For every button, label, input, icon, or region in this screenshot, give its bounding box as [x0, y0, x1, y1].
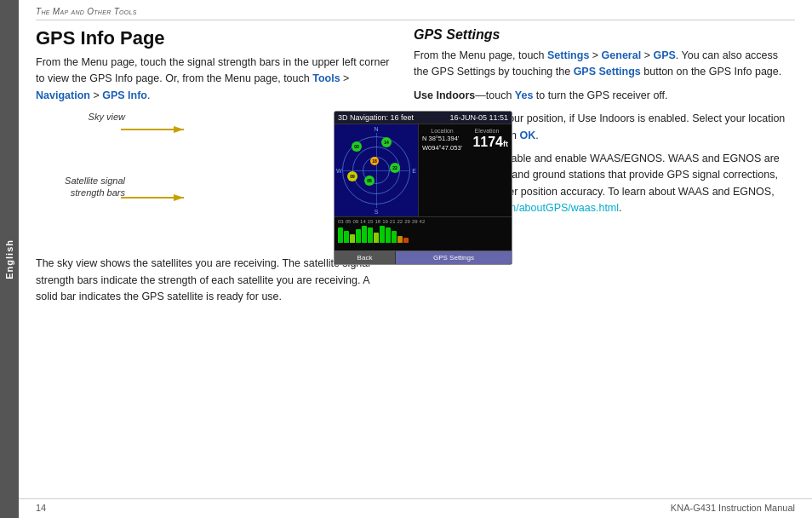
sky-view-annotation: Sky view — [44, 111, 125, 123]
yes-link[interactable]: Yes — [515, 89, 534, 101]
gps-info-link[interactable]: GPS Info — [102, 89, 147, 101]
intro-paragraph: From the Menu page, touch the signal str… — [36, 55, 393, 104]
ok-link[interactable]: OK — [519, 130, 535, 141]
main-content: The Map and Other Tools GPS Info Page Fr… — [19, 0, 812, 518]
sky-view-arrow — [121, 121, 189, 138]
gps-settings-link[interactable]: GPS Settings — [574, 66, 641, 78]
english-label: English — [4, 239, 14, 279]
use-indoors-term: Use Indoors — [414, 89, 475, 101]
two-column-layout: GPS Info Page From the Menu page, touch … — [36, 27, 795, 312]
section-title: GPS Settings — [414, 27, 795, 43]
gps-coords: N 38°51.394' W094°47.053' — [422, 135, 462, 153]
gps-settings-intro: From the Menu page, touch Settings > Gen… — [414, 48, 795, 81]
gps-settings-btn[interactable]: GPS Settings — [396, 251, 512, 264]
gps-device-image: 3D Navigation: 16 feet 16-JUN-05 11:51 — [334, 111, 512, 265]
gps-signal-area: 030509141518192122292942 — [335, 216, 512, 250]
english-tab: English — [0, 0, 19, 518]
signal-bars — [338, 226, 508, 243]
page-title: GPS Info Page — [36, 27, 393, 49]
satellite-arrow — [121, 189, 189, 206]
manual-title: KNA-G431 Instruction Manual — [671, 503, 795, 513]
gps-sky-view: N S W E 03 14 22 05 09 18 — [335, 124, 419, 216]
gps-info-panel: Location N 38°51.394' W094°47.053' Eleva… — [419, 124, 512, 216]
left-column: GPS Info Page From the Menu page, touch … — [36, 27, 393, 312]
breadcrumb: The Map and Other Tools — [36, 7, 795, 20]
gps-back-btn[interactable]: Back — [335, 251, 396, 264]
navigation-link[interactable]: Navigation — [36, 89, 90, 101]
gps-link[interactable]: GPS — [653, 49, 675, 61]
gps-elevation-value: 1174ft — [466, 135, 508, 150]
gps-device-buttons: Back GPS Settings — [335, 250, 512, 264]
footer: 14 KNA-G431 Instruction Manual — [19, 498, 812, 513]
general-link[interactable]: General — [602, 49, 642, 61]
signal-numbers: 030509141518192122292942 — [338, 219, 508, 224]
satellite-annotation: Satellite signal strength bars — [44, 175, 125, 199]
settings-link[interactable]: Settings — [547, 49, 589, 61]
use-indoors-paragraph: Use Indoors—touch Yes to turn the GPS re… — [414, 88, 795, 104]
gps-header: 3D Navigation: 16 feet 16-JUN-05 11:51 — [335, 112, 512, 124]
gps-body: N S W E 03 14 22 05 09 18 — [335, 124, 512, 216]
page-number: 14 — [36, 503, 46, 513]
gps-screenshot-area: Sky view Satellite signal strength bars — [44, 111, 393, 247]
tools-link[interactable]: Tools — [312, 72, 340, 84]
